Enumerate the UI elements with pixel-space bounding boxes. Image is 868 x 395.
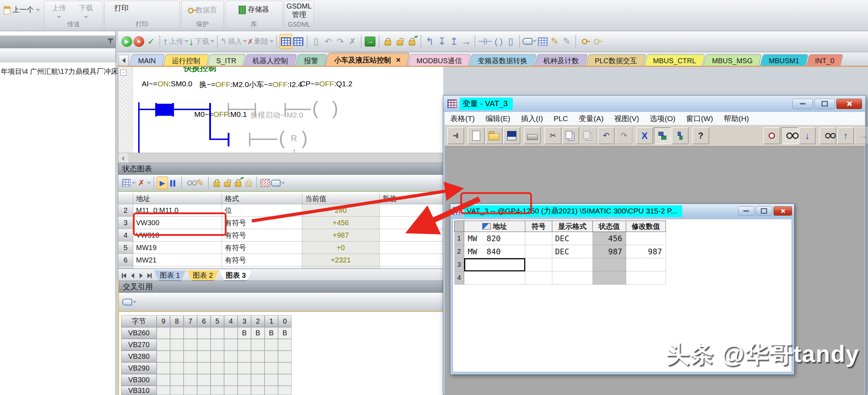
first-chart-button[interactable] <box>120 272 128 280</box>
upload-button[interactable]: 上传 <box>47 3 71 21</box>
activate-modify-button[interactable]: ↑ <box>837 127 854 144</box>
open-button[interactable] <box>485 127 503 144</box>
modify-value-cell[interactable] <box>626 232 666 245</box>
force-button[interactable] <box>211 177 222 189</box>
branch-up-button[interactable]: ↰ <box>424 34 436 49</box>
goto-button[interactable]: → <box>364 34 376 49</box>
vat-row[interactable]: 2 MW 840 DEC 987 987 <box>454 245 666 258</box>
tab-modbus[interactable]: MODBUS通信 <box>407 54 471 67</box>
bit-cell[interactable]: B <box>265 327 278 339</box>
line-right-button[interactable]: → <box>460 34 472 49</box>
table-row[interactable]: 5 MW19 有符号 +0 <box>118 242 443 254</box>
unforce-button[interactable] <box>222 177 233 189</box>
menu-table[interactable]: 表格(T) <box>450 114 475 124</box>
format-cell[interactable]: 有符号 <box>222 242 302 254</box>
delete-button[interactable]: ✗删除 <box>247 34 274 49</box>
address-cell[interactable]: MW 840 <box>464 245 525 258</box>
coil-close-paren[interactable]: ) <box>302 127 308 148</box>
address-header[interactable]: 地址 <box>464 221 525 232</box>
address-cell[interactable]: M11_0:M11.0 <box>133 204 222 217</box>
download-toolbar-button[interactable]: ↓下载 <box>189 34 215 49</box>
data-page-button[interactable]: 数据页 <box>184 5 221 15</box>
menu-insert[interactable]: 插入(I) <box>521 114 543 124</box>
bit-cell[interactable] <box>224 327 238 339</box>
download-button[interactable]: 下载 <box>74 3 98 21</box>
table-row[interactable]: 6 MW21 有符号 +2321 <box>118 254 443 266</box>
format-cell[interactable]: 有符号 <box>222 254 302 266</box>
box-button[interactable]: ▯ <box>505 34 517 49</box>
format-cell[interactable]: DEC <box>552 245 593 258</box>
delete-chart-button[interactable]: ✗ <box>136 177 147 189</box>
inner-maximize-button[interactable] <box>756 206 772 216</box>
scroll-left-button[interactable]: ‹ <box>118 153 128 163</box>
next-chart-button[interactable] <box>137 272 145 280</box>
bit-cell[interactable]: B <box>238 327 251 339</box>
value-cell[interactable]: +2321 <box>302 254 380 266</box>
selected-cell[interactable] <box>464 258 525 271</box>
horizontal-scrollbar[interactable]: ‹ <box>118 153 443 163</box>
monitor-trigger-button[interactable] <box>763 127 780 144</box>
menu-help[interactable]: 帮助(H) <box>724 114 749 124</box>
key1-button[interactable] <box>579 34 591 49</box>
key2-button[interactable] <box>591 34 603 49</box>
symbol-cell[interactable] <box>525 271 552 285</box>
new-value-cell[interactable] <box>380 217 443 229</box>
lock-button[interactable] <box>382 34 394 49</box>
status-header[interactable]: 状态值 <box>593 221 626 232</box>
address-cell[interactable]: MW19 <box>133 242 222 254</box>
modify-variable-button[interactable]: ↓ <box>799 127 816 144</box>
lock-add-button[interactable] <box>406 34 418 49</box>
symbol-cell[interactable] <box>525 258 552 271</box>
read-all-button[interactable] <box>184 177 195 189</box>
force-add-button[interactable] <box>233 177 243 189</box>
new-button[interactable] <box>468 127 485 144</box>
tab-scroll-left-button[interactable] <box>119 55 129 66</box>
line-up-button[interactable]: ↥ <box>448 34 460 49</box>
vat-row[interactable]: 4 <box>454 271 666 285</box>
tab-mbusm1[interactable]: MBUSM1 <box>760 54 808 67</box>
contact-bar[interactable] <box>228 133 229 146</box>
monitor-once-button[interactable] <box>819 127 836 144</box>
value-cell[interactable]: +987 <box>302 229 380 242</box>
undo-button[interactable]: ↶ <box>598 127 615 144</box>
menu-options[interactable]: 选项(O) <box>650 114 676 124</box>
clear-button[interactable]: X <box>636 127 653 144</box>
status-value-cell[interactable]: 987 <box>593 245 626 258</box>
status-value-cell[interactable] <box>593 271 626 285</box>
bookmark-button[interactable]: ▯ <box>310 34 322 49</box>
table-row[interactable]: 2 M11_0:M11.0 位 2#0 <box>118 204 443 217</box>
address-cell[interactable]: MW21 <box>133 254 222 266</box>
modify-value-cell[interactable] <box>626 271 666 285</box>
copy-button[interactable] <box>562 127 579 144</box>
coil-button[interactable]: ( ) <box>493 34 505 49</box>
tab-mbus-ctrl[interactable]: MBUS_CTRL <box>644 54 705 67</box>
value-cell[interactable]: +456 <box>302 217 380 229</box>
chart-status-on-button[interactable]: ▶ <box>157 177 168 189</box>
clear-button[interactable]: ✗ <box>346 34 358 49</box>
modify-header[interactable]: 修改数值 <box>626 221 666 232</box>
column-header[interactable]: 新值 <box>380 194 443 204</box>
table-row[interactable]: 4 VW310 有符号 +987 <box>118 229 443 242</box>
tab-alarm[interactable]: 报警 <box>295 54 327 67</box>
modify-value-cell[interactable]: 987 <box>626 245 666 258</box>
coil-open-paren[interactable]: ( <box>312 97 318 119</box>
menu-plc[interactable]: PLC <box>554 114 568 123</box>
paste-button[interactable] <box>580 127 597 144</box>
new-value-cell[interactable] <box>380 242 443 254</box>
save-button[interactable] <box>503 127 520 144</box>
project-path[interactable]: 年项目\4 广州汇航\17力鼎模具厂冲床自动 <box>1 67 118 76</box>
new-value-cell[interactable] <box>380 204 443 217</box>
format-cell[interactable] <box>552 271 593 285</box>
bit-cell[interactable] <box>170 327 184 339</box>
program-view-button[interactable] <box>280 34 292 49</box>
status-value-cell[interactable] <box>593 258 626 271</box>
contact-button[interactable]: ⊣⊢ <box>478 34 493 49</box>
column-header[interactable]: 格式 <box>222 194 302 204</box>
help-button[interactable]: ? <box>692 127 709 144</box>
chart-tab-3-active[interactable]: 图表 3 <box>219 270 252 281</box>
tab-s-itr[interactable]: S_ITR <box>207 54 245 67</box>
column-header[interactable]: 地址 <box>133 194 222 204</box>
vat-titlebar[interactable]: 变量 - VAT_3 <box>443 96 866 112</box>
chart-status-pause-button[interactable]: ▌▌ <box>168 177 179 189</box>
upload-toolbar-button[interactable]: ↑上传 <box>163 34 189 49</box>
